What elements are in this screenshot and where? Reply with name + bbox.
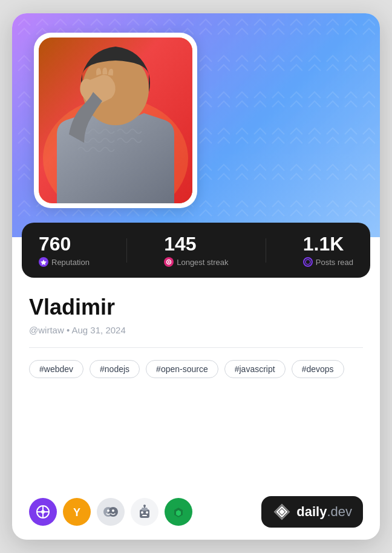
daily-dev-suffix: dev (331, 504, 352, 520)
streak-label-row: Longest streak (164, 257, 228, 267)
meta-sep: • (67, 325, 70, 335)
robot-badge[interactable] (131, 498, 158, 526)
hero-banner (12, 13, 380, 237)
daily-word: daily (296, 504, 327, 520)
crosshair-badge[interactable] (29, 498, 57, 526)
section-divider (29, 347, 363, 348)
svg-point-12 (41, 510, 45, 514)
tag-webdev[interactable]: #webdev (29, 360, 83, 378)
reputation-stat: 760 Reputation (39, 234, 90, 267)
posts-value: 1.1K (303, 234, 344, 255)
tags-container: #webdev #nodejs #open-source #javascript… (29, 360, 363, 378)
daily-dev-logo[interactable]: daily.dev (261, 496, 363, 528)
daily-dev-text: daily.dev (296, 504, 352, 520)
stat-divider-2 (266, 238, 266, 263)
posts-label-row: Posts read (303, 257, 353, 267)
svg-rect-20 (142, 508, 148, 511)
cube-badge[interactable] (165, 498, 192, 526)
svg-point-24 (146, 511, 148, 514)
streak-text: Longest streak (177, 258, 228, 267)
badges-container: Y (29, 498, 192, 526)
user-handle: @wirtaw (29, 325, 64, 335)
svg-point-22 (143, 505, 146, 507)
reputation-text: Reputation (51, 258, 90, 267)
card-body: Vladimir @wirtaw • Aug 31, 2024 #webdev … (12, 278, 380, 540)
streak-value: 145 (164, 234, 196, 255)
svg-marker-5 (41, 260, 47, 265)
svg-point-17 (107, 509, 109, 512)
svg-rect-19 (140, 509, 149, 518)
user-name: Vladimir (29, 295, 363, 320)
svg-point-8 (305, 260, 310, 264)
svg-rect-25 (142, 515, 147, 516)
tag-javascript[interactable]: #javascript (224, 360, 286, 378)
streak-icon (164, 257, 174, 267)
posts-stat: 1.1K Posts read (303, 234, 353, 267)
posts-text: Posts read (316, 258, 353, 267)
tag-open-source[interactable]: #open-source (146, 360, 218, 378)
user-meta: @wirtaw • Aug 31, 2024 (29, 325, 363, 335)
faces-badge[interactable] (97, 498, 125, 526)
stat-divider-1 (126, 238, 127, 263)
y-badge[interactable]: Y (63, 498, 91, 526)
reputation-value: 760 (39, 234, 71, 255)
svg-point-18 (112, 509, 114, 512)
streak-stat: 145 Longest streak (164, 234, 228, 267)
reputation-icon (39, 257, 48, 267)
avatar (39, 38, 192, 203)
tag-devops[interactable]: #devops (292, 360, 344, 378)
reputation-label-row: Reputation (39, 257, 90, 267)
svg-text:Y: Y (73, 506, 80, 519)
join-date: Aug 31, 2024 (72, 325, 126, 335)
tag-nodejs[interactable]: #nodejs (90, 360, 140, 378)
daily-dev-icon (272, 502, 292, 522)
avatar-illustration (39, 38, 192, 203)
stats-bar: 760 Reputation 145 Longest streak 1.1K (22, 223, 370, 278)
posts-icon (303, 257, 313, 267)
avatar-wrapper (34, 33, 197, 208)
profile-card: 760 Reputation 145 Longest streak 1.1K (12, 13, 380, 540)
svg-point-23 (141, 511, 143, 514)
svg-point-7 (168, 261, 170, 263)
card-footer: Y (29, 491, 363, 528)
